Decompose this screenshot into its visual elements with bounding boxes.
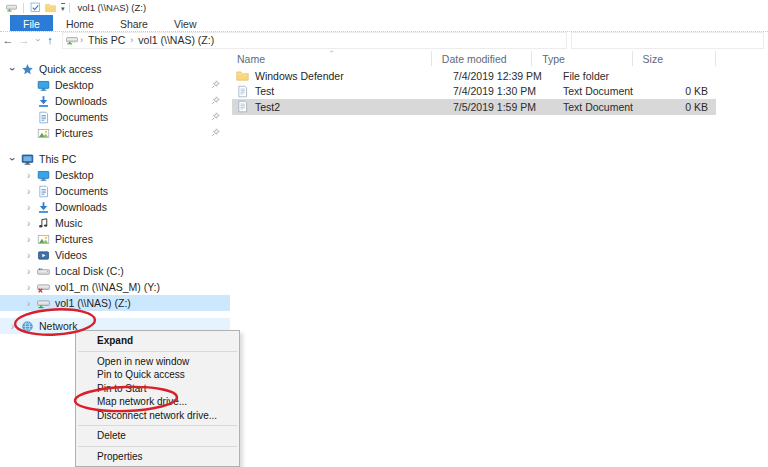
pictures-icon: [37, 127, 50, 140]
back-button[interactable]: ←: [0, 32, 16, 48]
breadcrumb-vol1[interactable]: vol1 (\\NAS) (Z:): [135, 34, 217, 46]
quick-access-star-icon: [21, 63, 34, 76]
file-row-test[interactable]: Test 7/4/2019 1:30 PM Text Document 0 KB: [232, 84, 716, 100]
network-drive-icon: [37, 297, 50, 310]
menu-item-disconnect-network-drive[interactable]: Disconnect network drive...: [76, 409, 239, 423]
menu-item-map-network-drive[interactable]: Map network drive...: [76, 395, 239, 409]
desktop-icon: [37, 169, 50, 182]
pin-icon: [211, 112, 220, 121]
documents-icon: [37, 185, 50, 198]
sidebar-item-pictures-pinned[interactable]: Pictures: [0, 125, 230, 141]
local-disk-icon: [37, 265, 50, 278]
chevron-collapsed-icon[interactable]: ›: [24, 265, 33, 277]
menu-item-properties[interactable]: Properties: [76, 450, 239, 464]
pin-icon: [211, 128, 220, 137]
music-icon: [37, 217, 50, 230]
tab-view[interactable]: View: [161, 15, 210, 31]
sidebar-item-videos[interactable]: › Videos: [0, 247, 230, 263]
divider: [69, 3, 70, 13]
breadcrumb-separator-icon: ›: [128, 35, 135, 45]
window-title: vol1 (\\NAS) (Z:): [78, 2, 147, 13]
disconnected-network-drive-icon: [37, 281, 50, 294]
chevron-expanded-icon[interactable]: ›: [7, 155, 19, 164]
downloads-icon: [37, 95, 50, 108]
sidebar-item-vol1-z[interactable]: › vol1 (\\NAS) (Z:): [0, 295, 230, 311]
menu-separator: [78, 446, 237, 447]
sort-ascending-icon: ›: [330, 47, 333, 56]
sidebar-item-vol1-m-y[interactable]: › vol1_m (\\NAS_M) (Y:): [0, 279, 230, 295]
menu-item-delete[interactable]: Delete: [76, 429, 239, 443]
file-row-test2[interactable]: Test2 7/5/2019 1:59 PM Text Document 0 K…: [232, 99, 716, 115]
this-pc-icon: [21, 153, 34, 166]
window-drive-icon[interactable]: [6, 2, 17, 13]
column-header-type[interactable]: Type: [532, 51, 632, 66]
network-globe-icon: [21, 320, 34, 333]
qat-customize-caret-icon[interactable]: ▾: [61, 3, 65, 12]
qat-new-folder-icon[interactable]: [45, 2, 56, 13]
menu-separator: [78, 351, 237, 352]
tab-share[interactable]: Share: [107, 15, 161, 31]
breadcrumb-separator-icon: ›: [78, 35, 85, 45]
chevron-collapsed-icon[interactable]: ›: [24, 249, 33, 261]
breadcrumb-this-pc[interactable]: This PC: [85, 34, 128, 46]
sidebar-item-downloads[interactable]: › Downloads: [0, 199, 230, 215]
sidebar-item-local-disk-c[interactable]: › Local Disk (C:): [0, 263, 230, 279]
chevron-collapsed-icon[interactable]: ›: [24, 281, 33, 293]
sidebar-item-desktop[interactable]: › Desktop: [0, 167, 230, 183]
file-row-windows-defender[interactable]: Windows Defender 7/4/2019 12:39 PM File …: [232, 68, 716, 84]
file-explorer-window: ▾ vol1 (\\NAS) (Z:) File Home Share View…: [0, 0, 768, 467]
qat-properties-icon[interactable]: [30, 2, 41, 13]
address-drive-icon: [66, 34, 78, 46]
folder-icon: [236, 69, 249, 82]
tab-file[interactable]: File: [10, 15, 53, 31]
navigation-pane: › Quick access Desktop Downloads Documen…: [0, 61, 230, 334]
chevron-collapsed-icon[interactable]: ›: [24, 169, 33, 181]
chevron-collapsed-icon[interactable]: ›: [24, 217, 33, 229]
documents-icon: [37, 111, 50, 124]
address-bar: ← → › ↑ › This PC › vol1 (\\NAS) (Z:): [0, 32, 768, 48]
menu-separator: [78, 425, 237, 426]
menu-item-open-in-new-window[interactable]: Open in new window: [76, 355, 239, 369]
chevron-collapsed-icon[interactable]: ›: [24, 233, 33, 245]
text-document-icon: [236, 85, 249, 98]
column-header-size[interactable]: Size: [633, 51, 716, 66]
videos-icon: [37, 249, 50, 262]
chevron-collapsed-icon[interactable]: ›: [24, 297, 33, 309]
titlebar: ▾ vol1 (\\NAS) (Z:): [0, 0, 768, 15]
pin-icon: [211, 80, 220, 89]
pin-icon: [211, 96, 220, 105]
chevron-collapsed-icon[interactable]: ›: [24, 201, 33, 213]
desktop-icon: [37, 79, 50, 92]
sidebar-item-music[interactable]: › Music: [0, 215, 230, 231]
file-list: › Name Date modified Type Size Windows D…: [232, 50, 716, 115]
recent-locations-chevron-icon[interactable]: ›: [32, 32, 42, 48]
chevron-expanded-icon[interactable]: ›: [7, 65, 19, 74]
chevron-collapsed-icon[interactable]: ›: [8, 320, 17, 332]
menu-item-pin-to-quick-access[interactable]: Pin to Quick access: [76, 368, 239, 382]
sidebar-item-quick-access[interactable]: › Quick access: [0, 61, 230, 77]
address-box[interactable]: › This PC › vol1 (\\NAS) (Z:): [62, 32, 567, 49]
menu-item-expand[interactable]: Expand: [76, 334, 239, 348]
search-box[interactable]: [571, 32, 764, 49]
sidebar-item-this-pc[interactable]: › This PC: [0, 151, 230, 167]
text-document-icon: [236, 100, 249, 113]
sidebar-item-pictures[interactable]: › Pictures: [0, 231, 230, 247]
menu-item-pin-to-start[interactable]: Pin to Start: [76, 382, 239, 396]
ribbon-tabs: File Home Share View: [0, 15, 768, 32]
divider: [23, 3, 24, 13]
sidebar-item-documents[interactable]: › Documents: [0, 183, 230, 199]
sidebar-item-desktop-pinned[interactable]: Desktop: [0, 77, 230, 93]
sidebar-item-downloads-pinned[interactable]: Downloads: [0, 93, 230, 109]
chevron-collapsed-icon[interactable]: ›: [24, 185, 33, 197]
column-headers: › Name Date modified Type Size: [232, 50, 716, 67]
tab-home[interactable]: Home: [53, 15, 107, 31]
column-header-date-modified[interactable]: Date modified: [432, 51, 532, 66]
downloads-icon: [37, 201, 50, 214]
sidebar-item-documents-pinned[interactable]: Documents: [0, 109, 230, 125]
context-menu: Expand Open in new window Pin to Quick a…: [75, 330, 240, 467]
pictures-icon: [37, 233, 50, 246]
